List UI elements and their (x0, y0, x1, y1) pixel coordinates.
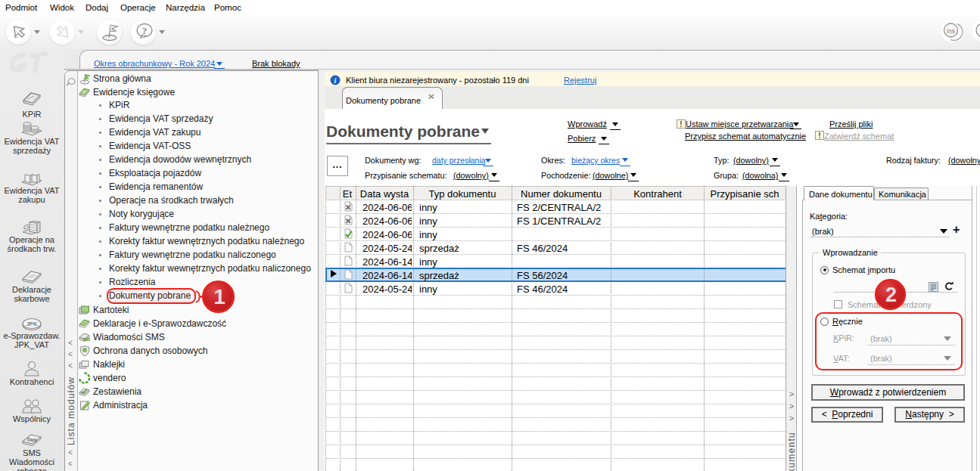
svg-text:1: 1 (213, 285, 226, 308)
svg-text:ins: ins (947, 27, 955, 35)
svg-text:SMS: SMS (83, 338, 91, 342)
svg-text:?: ? (142, 25, 148, 36)
svg-text:2: 2 (885, 284, 897, 306)
svg-text:JPK: JPK (26, 321, 38, 327)
svg-text:!: ! (680, 120, 682, 129)
svg-text:!: ! (818, 132, 820, 140)
svg-text:i: i (334, 76, 337, 85)
